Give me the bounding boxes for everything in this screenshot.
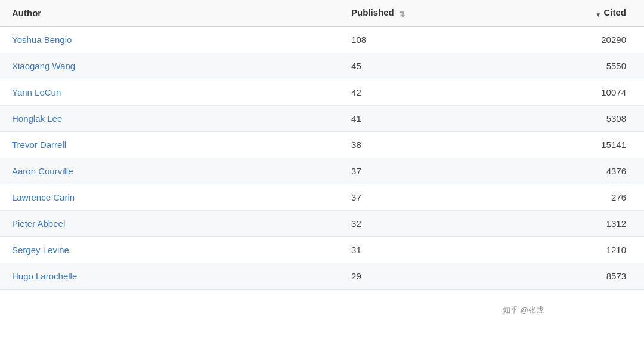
- published-cell: 41: [342, 105, 539, 131]
- author-link[interactable]: Xiaogang Wang: [12, 61, 75, 71]
- table-header-row: Author Published Cited: [0, 0, 644, 26]
- published-cell: 108: [342, 26, 539, 53]
- published-header[interactable]: Published: [342, 0, 539, 26]
- published-cell: 37: [342, 184, 539, 210]
- author-link[interactable]: Trevor Darrell: [12, 140, 66, 150]
- author-link[interactable]: Honglak Lee: [12, 113, 62, 124]
- author-cell: Yoshua Bengio: [0, 26, 342, 53]
- watermark: 知乎 @张戎: [498, 303, 549, 318]
- table-row: Pieter Abbeel321312: [0, 210, 644, 236]
- cited-cell: 20290: [539, 26, 644, 53]
- published-sort-icon: [399, 8, 405, 19]
- author-cell: Yann LeCun: [0, 79, 342, 105]
- cited-header[interactable]: Cited: [539, 0, 644, 26]
- table-row: Lawrence Carin37276: [0, 184, 644, 210]
- cited-cell: 276: [539, 184, 644, 210]
- author-cell: Pieter Abbeel: [0, 210, 342, 236]
- cited-header-label: Cited: [604, 7, 627, 17]
- author-header-label: Author: [12, 8, 41, 18]
- table-row: Trevor Darrell3815141: [0, 131, 644, 158]
- table-row: Yann LeCun4210074: [0, 79, 644, 105]
- cited-cell: 10074: [539, 79, 644, 105]
- table-body: Yoshua Bengio10820290Xiaogang Wang455550…: [0, 26, 644, 290]
- cited-cell: 5308: [539, 105, 644, 131]
- author-link[interactable]: Sergey Levine: [12, 245, 69, 255]
- published-cell: 29: [342, 263, 539, 289]
- table-container: Author Published Cited Yoshua Bengio1082…: [0, 0, 644, 290]
- published-cell: 32: [342, 210, 539, 236]
- author-cell: Lawrence Carin: [0, 184, 342, 210]
- cited-cell: 1312: [539, 210, 644, 236]
- published-cell: 38: [342, 131, 539, 158]
- author-cell: Xiaogang Wang: [0, 53, 342, 79]
- author-cell: Honglak Lee: [0, 105, 342, 131]
- author-link[interactable]: Aaron Courville: [12, 166, 73, 176]
- author-link[interactable]: Yoshua Bengio: [12, 35, 72, 45]
- cited-cell: 5550: [539, 53, 644, 79]
- author-link[interactable]: Pieter Abbeel: [12, 218, 65, 229]
- table-row: Honglak Lee415308: [0, 105, 644, 131]
- cited-sort-icon: [595, 8, 601, 19]
- author-cell: Trevor Darrell: [0, 131, 342, 158]
- cited-cell: 8573: [539, 263, 644, 289]
- author-header[interactable]: Author: [0, 0, 342, 26]
- published-cell: 37: [342, 158, 539, 184]
- author-link[interactable]: Yann LeCun: [12, 87, 61, 97]
- cited-cell: 15141: [539, 131, 644, 158]
- author-cell: Aaron Courville: [0, 158, 342, 184]
- cited-cell: 4376: [539, 158, 644, 184]
- published-cell: 45: [342, 53, 539, 79]
- published-cell: 42: [342, 79, 539, 105]
- table-row: Xiaogang Wang455550: [0, 53, 644, 79]
- published-header-label: Published: [351, 7, 394, 17]
- author-link[interactable]: Hugo Larochelle: [12, 271, 77, 281]
- published-cell: 31: [342, 236, 539, 263]
- authors-table: Author Published Cited Yoshua Bengio1082…: [0, 0, 644, 290]
- author-cell: Sergey Levine: [0, 236, 342, 263]
- table-row: Aaron Courville374376: [0, 158, 644, 184]
- table-row: Yoshua Bengio10820290: [0, 26, 644, 53]
- table-row: Hugo Larochelle298573: [0, 263, 644, 289]
- author-cell: Hugo Larochelle: [0, 263, 342, 289]
- author-link[interactable]: Lawrence Carin: [12, 192, 75, 202]
- table-row: Sergey Levine311210: [0, 236, 644, 263]
- cited-cell: 1210: [539, 236, 644, 263]
